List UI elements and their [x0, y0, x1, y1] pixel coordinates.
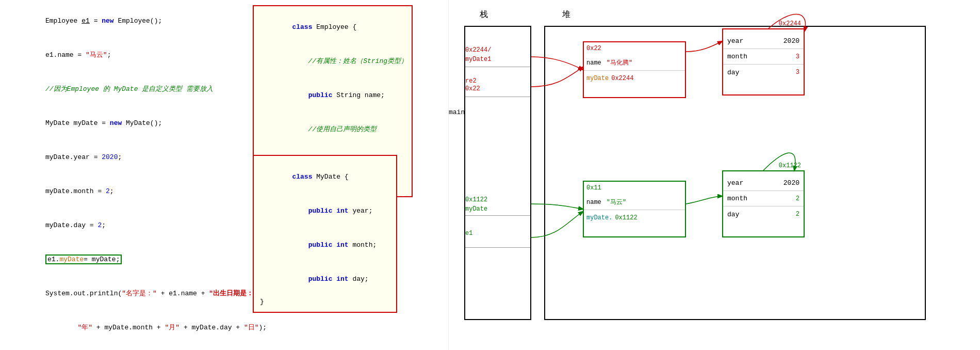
cb-mydate-field3: public int day; [260, 262, 390, 296]
heap-red-employee-box: 0x22 name "马化腾" myDate 0x2244 [583, 41, 686, 98]
heap-label: 堆 [562, 9, 570, 20]
heap-green-mydate-label: myDate. [586, 214, 612, 221]
code-panel: Employee e1 = new Employee(); e1.name = … [0, 0, 449, 350]
heap-red-addr: 0x22 [586, 45, 601, 52]
cb-employee-comment2: //使用自己声明的类型 [260, 113, 405, 147]
heap-green-mydate-box: 0x1122 year 2020 month 2 day 2 [722, 170, 805, 237]
cb-mydate-field1: public int year; [260, 194, 390, 228]
heap-green-employee-box: 0x11 name "马云" myDate. 0x1122 [583, 181, 686, 237]
heap-red-mydate-box: 0x2244 year 2020 month 3 day 3 [722, 28, 805, 96]
heap-red-name-label: name [586, 59, 601, 67]
heap-red-mydate-addr-top: 0x2244 [779, 20, 801, 27]
heap-green-day-label: day [727, 211, 739, 218]
heap-red-month-label: month [727, 53, 747, 60]
heap-red-day-value: 3 [796, 69, 799, 76]
heap-red-mydate-label: myDate [586, 75, 609, 82]
stack-mydate1-cell [465, 46, 530, 67]
heap-green-month-label: month [727, 195, 747, 202]
cb-mydate-title: class MyDate { [260, 160, 390, 194]
heap-red-mydate-value: 0x2244 [611, 75, 633, 82]
stack-mydate-cell [465, 195, 530, 216]
heap-green-year-value: 2020 [783, 179, 799, 187]
heap-red-year-value: 2020 [783, 37, 799, 45]
heap-green-mydate-addr-top: 0x1122 [779, 162, 801, 169]
heap-red-year-label: year [727, 37, 743, 45]
heap-green-name-label: name [586, 199, 601, 206]
heap-green-year-label: year [727, 179, 743, 187]
cb-mydate-field2: public int month; [260, 228, 390, 262]
stack-outer-box [464, 26, 531, 320]
stack-e2-cell [465, 76, 530, 97]
cb-employee-field1: public String name; [260, 78, 405, 113]
heap-red-month-value: 3 [796, 53, 799, 60]
heap-red-day-label: day [727, 69, 739, 76]
diagram-panel: 栈 堆 main() 0x2244/ myDate1 re2 0x22 0x11… [449, 0, 980, 350]
heap-red-name-value: "马化腾" [607, 58, 632, 67]
heap-green-mydate-value: 0x1122 [615, 214, 637, 221]
code-line-10: "年" + myDate.month + "月" + myDate.day + … [5, 311, 443, 345]
heap-green-day-value: 2 [796, 211, 799, 218]
heap-green-addr: 0x11 [586, 184, 601, 192]
cb-mydate-close: } [260, 296, 390, 308]
class-mydate-box: class MyDate { public int year; public i… [253, 155, 397, 313]
stack-e1-cell [465, 227, 530, 248]
cb-employee-comment1: //有属性：姓名（String类型） [260, 44, 405, 78]
heap-green-month-value: 2 [796, 195, 799, 202]
main-container: Employee e1 = new Employee(); e1.name = … [0, 0, 980, 350]
code-line-11: System.out.println("--------------------… [5, 345, 443, 350]
cb-employee-title: class Employee { [260, 10, 405, 44]
heap-green-name-value: "马云" [607, 198, 626, 206]
stack-label: 栈 [480, 9, 488, 20]
